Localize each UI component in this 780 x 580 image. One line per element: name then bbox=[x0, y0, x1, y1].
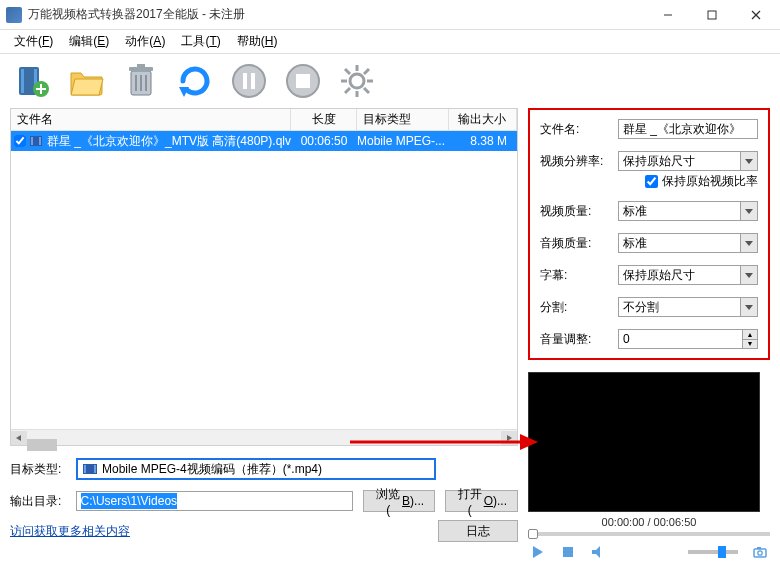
toolbar bbox=[0, 54, 780, 108]
horizontal-scrollbar[interactable] bbox=[11, 429, 517, 445]
setting-split-select[interactable]: 不分割 bbox=[618, 297, 758, 317]
target-type-value: Mobile MPEG-4视频编码（推荐）(*.mp4) bbox=[102, 461, 322, 478]
svg-point-43 bbox=[758, 551, 762, 555]
maximize-button[interactable] bbox=[690, 1, 734, 29]
svg-rect-5 bbox=[21, 69, 24, 93]
svg-rect-21 bbox=[296, 74, 310, 88]
volume-slider[interactable] bbox=[688, 550, 738, 554]
row-length: 00:06:50 bbox=[291, 134, 357, 148]
svg-rect-19 bbox=[251, 73, 255, 89]
open-folder-button[interactable] bbox=[64, 58, 110, 104]
row-checkbox[interactable] bbox=[14, 135, 26, 147]
chevron-down-icon[interactable] bbox=[740, 233, 758, 253]
setting-aquality-label: 音频质量: bbox=[540, 235, 618, 252]
progress-knob[interactable] bbox=[528, 529, 538, 539]
setting-volume-label: 音量调整: bbox=[540, 331, 618, 348]
format-icon bbox=[82, 462, 98, 476]
keep-ratio-checkbox[interactable] bbox=[645, 175, 658, 188]
volume-icon[interactable] bbox=[590, 544, 606, 560]
target-type-select[interactable]: Mobile MPEG-4视频编码（推荐）(*.mp4) bbox=[76, 458, 436, 480]
col-target[interactable]: 目标类型 bbox=[357, 109, 449, 130]
chevron-down-icon[interactable] bbox=[740, 151, 758, 171]
setting-aquality-select[interactable]: 标准 bbox=[618, 233, 758, 253]
chevron-down-icon[interactable] bbox=[740, 297, 758, 317]
svg-line-29 bbox=[364, 69, 369, 74]
menu-file[interactable]: 文件(F) bbox=[6, 30, 61, 53]
stop-button[interactable] bbox=[280, 58, 326, 104]
browse-button[interactable]: 浏览(B)... bbox=[363, 490, 435, 512]
svg-line-28 bbox=[364, 88, 369, 93]
output-dir-input[interactable]: C:\Users\1\Videos bbox=[76, 491, 354, 511]
setting-subtitle-label: 字幕: bbox=[540, 267, 618, 284]
menu-edit[interactable]: 编辑(E) bbox=[61, 30, 117, 53]
video-file-icon bbox=[29, 134, 45, 148]
svg-rect-11 bbox=[129, 67, 153, 71]
spinner-down-icon[interactable]: ▼ bbox=[742, 339, 758, 350]
row-filename: 群星 _《北京欢迎你》_MTV版 高清(480P).qlv bbox=[47, 133, 291, 150]
progress-slider[interactable] bbox=[528, 532, 770, 536]
menu-tools[interactable]: 工具(T) bbox=[173, 30, 228, 53]
volume-knob[interactable] bbox=[718, 546, 726, 558]
svg-rect-44 bbox=[757, 547, 761, 549]
col-length[interactable]: 长度 bbox=[291, 109, 357, 130]
spinner-up-icon[interactable]: ▲ bbox=[742, 329, 758, 339]
app-icon bbox=[6, 7, 22, 23]
log-button[interactable]: 日志 bbox=[438, 520, 518, 542]
svg-rect-37 bbox=[84, 465, 86, 473]
col-filename[interactable]: 文件名 bbox=[11, 109, 291, 130]
delete-button[interactable] bbox=[118, 58, 164, 104]
svg-line-30 bbox=[345, 88, 350, 93]
target-type-label: 目标类型: bbox=[10, 461, 66, 478]
preview-time: 00:00:00 / 00:06:50 bbox=[528, 516, 770, 528]
add-file-button[interactable] bbox=[10, 58, 56, 104]
col-size[interactable]: 输出大小 bbox=[449, 109, 517, 130]
settings-panel: 文件名: 群星 _《北京欢迎你》 视频分辨率: 保持原始尺寸 保持原始视频比率 … bbox=[528, 108, 770, 360]
settings-button[interactable] bbox=[334, 58, 380, 104]
convert-button[interactable] bbox=[172, 58, 218, 104]
svg-rect-33 bbox=[39, 137, 41, 145]
svg-point-17 bbox=[233, 65, 265, 97]
menubar: 文件(F) 编辑(E) 动作(A) 工具(T) 帮助(H) bbox=[0, 30, 780, 54]
snapshot-button[interactable] bbox=[752, 544, 768, 560]
file-list[interactable]: 文件名 长度 目标类型 输出大小 群星 _《北京欢迎你》_MTV版 高清(480… bbox=[10, 108, 518, 446]
keep-ratio-label: 保持原始视频比率 bbox=[662, 173, 758, 190]
output-dir-value: C:\Users\1\Videos bbox=[81, 493, 178, 509]
scroll-right-icon[interactable] bbox=[501, 431, 517, 445]
open-button[interactable]: 打开(O)... bbox=[445, 490, 518, 512]
setting-volume-spinner[interactable]: ▲ ▼ bbox=[618, 329, 758, 349]
play-button[interactable] bbox=[530, 544, 546, 560]
svg-marker-35 bbox=[507, 435, 512, 441]
svg-point-22 bbox=[350, 74, 364, 88]
volume-input[interactable] bbox=[618, 329, 742, 349]
player-stop-button[interactable] bbox=[560, 544, 576, 560]
svg-line-27 bbox=[345, 69, 350, 74]
menu-action[interactable]: 动作(A) bbox=[117, 30, 173, 53]
file-row[interactable]: 群星 _《北京欢迎你》_MTV版 高清(480P).qlv 00:06:50 M… bbox=[11, 131, 517, 151]
setting-subtitle-select[interactable]: 保持原始尺寸 bbox=[618, 265, 758, 285]
more-content-link[interactable]: 访问获取更多相关内容 bbox=[10, 523, 130, 540]
setting-split-label: 分割: bbox=[540, 299, 618, 316]
scroll-left-icon[interactable] bbox=[11, 431, 27, 445]
setting-resolution-select[interactable]: 保持原始尺寸 bbox=[618, 151, 758, 171]
row-target: Mobile MPEG-... bbox=[357, 134, 449, 148]
setting-vquality-label: 视频质量: bbox=[540, 203, 618, 220]
menu-help[interactable]: 帮助(H) bbox=[229, 30, 286, 53]
setting-resolution-label: 视频分辨率: bbox=[540, 153, 618, 170]
svg-marker-41 bbox=[592, 546, 600, 558]
svg-rect-40 bbox=[563, 547, 573, 557]
setting-filename-label: 文件名: bbox=[540, 121, 618, 138]
svg-rect-38 bbox=[94, 465, 96, 473]
chevron-down-icon[interactable] bbox=[740, 265, 758, 285]
output-dir-label: 输出目录: bbox=[10, 493, 66, 510]
row-size: 8.38 M bbox=[449, 134, 517, 148]
scrollbar-thumb[interactable] bbox=[27, 439, 57, 451]
close-button[interactable] bbox=[734, 1, 778, 29]
chevron-down-icon[interactable] bbox=[740, 201, 758, 221]
setting-vquality-select[interactable]: 标准 bbox=[618, 201, 758, 221]
svg-rect-18 bbox=[243, 73, 247, 89]
window-title: 万能视频格式转换器2017全能版 - 未注册 bbox=[28, 6, 646, 23]
pause-button[interactable] bbox=[226, 58, 272, 104]
svg-rect-12 bbox=[137, 64, 145, 67]
minimize-button[interactable] bbox=[646, 1, 690, 29]
setting-filename-input[interactable]: 群星 _《北京欢迎你》 bbox=[618, 119, 758, 139]
